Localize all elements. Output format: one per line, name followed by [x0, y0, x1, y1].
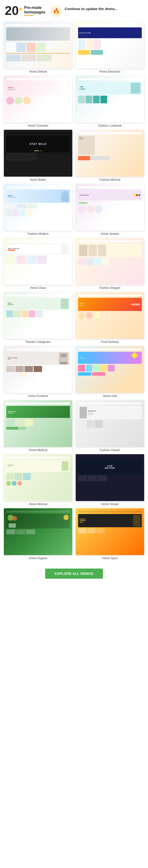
demo-item-fashion-modern[interactable]: SPRING COLLECTION	[2, 184, 74, 236]
demo-thumb-fashion-categories[interactable]: Spring Collection	[4, 292, 72, 339]
demo-thumb-home-simple[interactable]: LIFE BETTER	[76, 454, 144, 501]
demo-label-home-electronic: Home Electronic	[99, 70, 120, 73]
big-number: 20	[5, 4, 19, 17]
demo-label-home-furniture: Home Furniture	[28, 394, 48, 398]
demo-label-food-delivery: Food Delivery	[101, 340, 119, 344]
demo-thumb-fashion-minimal[interactable]: NewArrivals	[76, 130, 144, 177]
demo-label-fashion-elegant: Fashion Elegant	[99, 286, 120, 289]
demo-item-food-delivery[interactable]: GoodFood BUY 4 GET 1 12 8	[74, 292, 146, 344]
premade-line2: homepages	[24, 10, 46, 14]
demo-item-home-baber[interactable]: STAY WILD Home Baber	[2, 130, 74, 181]
demo-label-home-jewerly: Home Jewerly	[101, 232, 119, 236]
demo-thumb-home-electronic[interactable]: SALE UP TO 30%	[76, 22, 144, 68]
demo-thumb-fashion-classic[interactable]: Spring Section New Style Best Look	[76, 400, 144, 447]
accent-underline	[24, 15, 34, 16]
demo-item-home-minimal[interactable]: PLANTS & more	[2, 454, 74, 506]
demo-item-home-organic[interactable]: Home Organic	[2, 508, 74, 560]
demo-item-fashion-lookbook[interactable]: THELOOK Fashion Lookbook	[74, 76, 146, 127]
demo-label-home-organic: Home Organic	[29, 557, 47, 560]
demo-item-fashion-classic[interactable]: Spring Section New Style Best Look Fashi…	[74, 400, 146, 452]
demo-item-home-electronic[interactable]: SALE UP TO 30% Home Electronic	[74, 22, 146, 73]
demo-item-home-jewerly[interactable]: COLLECTION EXTRA 20	[74, 184, 146, 236]
demo-label-fashion-lookbook: Fashion Lookbook	[98, 124, 122, 127]
demo-thumb-fashion-elegant[interactable]	[76, 238, 144, 285]
demo-thumb-home-minimal[interactable]: PLANTS & more	[4, 454, 72, 501]
demo-thumb-home-medical[interactable]: New Arrivals	[4, 400, 72, 447]
demo-label-home-cosmetic: Home Cosmetic	[28, 124, 48, 127]
demo-thumb-home-baber[interactable]: STAY WILD	[4, 130, 72, 177]
demo-item-home-furniture[interactable]: Tacon LoungeChair	[2, 346, 74, 398]
fire-icon: 🔥	[50, 5, 62, 17]
demo-label-fashion-classic: Fashion Classic	[100, 448, 120, 452]
demo-item-home-clean[interactable]: Dazzle - Desk Lamp Home Clean	[2, 238, 74, 289]
demo-thumb-home-furniture[interactable]: Tacon LoungeChair	[4, 346, 72, 393]
demo-label-home-kids: Home Kids	[103, 394, 117, 398]
demo-label-fashion-modern: Fashion Modern	[28, 232, 49, 236]
demo-label-home-default: Home Default	[29, 70, 47, 73]
demo-item-home-default[interactable]: Home Default	[2, 22, 74, 73]
demo-thumb-home-clean[interactable]: Dazzle - Desk Lamp	[4, 238, 72, 285]
demo-thumb-fashion-lookbook[interactable]: THELOOK	[76, 76, 144, 123]
header-section: 20 + Pre-made homepages 🔥 Continue to up…	[0, 0, 148, 20]
demo-label-home-baber: Home Baber	[30, 178, 46, 181]
cta-section: EXPLORE ALL DEMOS	[0, 564, 148, 586]
demo-item-fashion-minimal[interactable]: NewArrivals Fashion Minimal	[74, 130, 146, 181]
demo-label-home-minimal: Home Minimal	[29, 502, 47, 506]
demo-thumb-home-organic[interactable]	[4, 508, 72, 555]
demo-thumb-home-default[interactable]	[4, 22, 72, 68]
demo-label-fashion-categories: Fashion Categories	[26, 340, 51, 344]
explore-all-demos-button[interactable]: EXPLORE ALL DEMOS	[45, 568, 103, 579]
plus-sign: +	[19, 5, 23, 13]
header-left: 20 + Pre-made homepages	[5, 4, 46, 17]
continue-text: Continue to update the demo...	[65, 6, 117, 11]
demo-item-home-medical[interactable]: New Arrivals Home Medical	[2, 400, 74, 452]
demo-thumb-fashion-modern[interactable]: SPRING COLLECTION	[4, 184, 72, 231]
demo-thumb-home-sport[interactable]: CROSSFIT TRENDING WEAR	[76, 508, 144, 555]
premade-text: Pre-made homepages	[24, 5, 46, 16]
demo-thumb-home-jewerly[interactable]: COLLECTION EXTRA 20	[76, 184, 144, 231]
page-container: 20 + Pre-made homepages 🔥 Continue to up…	[0, 0, 148, 586]
demo-thumb-home-kids[interactable]: KidsCollection	[76, 346, 144, 393]
demos-grid: Home Default SALE UP TO 30%	[0, 20, 148, 564]
demo-thumb-food-delivery[interactable]: GoodFood BUY 4 GET 1 12 8	[76, 292, 144, 339]
demo-label-home-medical: Home Medical	[29, 448, 47, 452]
demo-thumb-home-cosmetic[interactable]: SPRING COLLECTION	[4, 76, 72, 123]
demo-item-fashion-categories[interactable]: Spring Collection Fashion Categories	[2, 292, 74, 344]
demo-label-home-simple: Home Simple	[101, 502, 118, 506]
demo-label-home-sport: Home Sport	[102, 557, 117, 560]
demo-item-fashion-elegant[interactable]: Fashion Elegant	[74, 238, 146, 289]
premade-line1: Pre-made	[24, 5, 46, 10]
demo-label-fashion-minimal: Fashion Minimal	[99, 178, 120, 181]
demo-item-home-sport[interactable]: CROSSFIT TRENDING WEAR Home Sport	[74, 508, 146, 560]
demo-item-home-simple[interactable]: LIFE BETTER Home Simple	[74, 454, 146, 506]
svg-text:🔥: 🔥	[53, 8, 60, 15]
demo-label-home-clean: Home Clean	[30, 286, 46, 289]
demo-item-home-cosmetic[interactable]: SPRING COLLECTION Home Cosmetic	[2, 76, 74, 127]
demo-item-home-kids[interactable]: KidsCollection Home Kids	[74, 346, 146, 398]
